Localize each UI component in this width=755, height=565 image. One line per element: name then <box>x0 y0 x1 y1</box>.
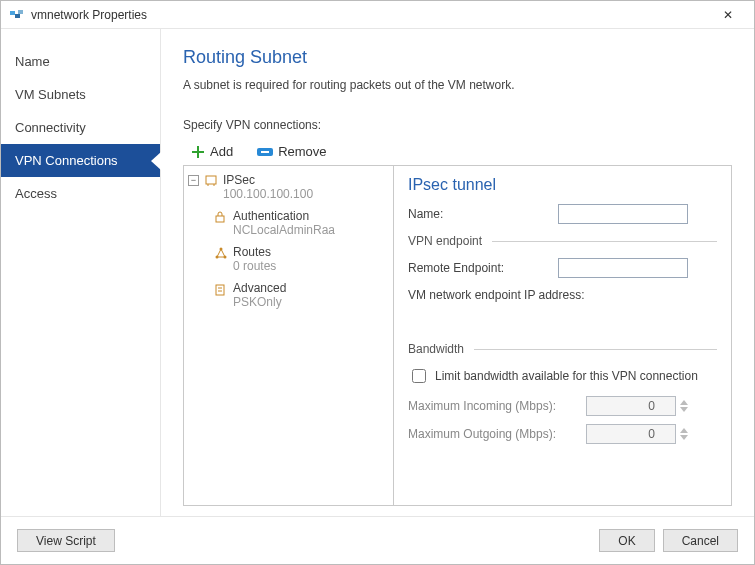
max-incoming-label: Maximum Incoming (Mbps): <box>408 399 578 413</box>
group-rule <box>492 241 717 242</box>
page-title: Routing Subnet <box>183 47 732 68</box>
sidebar-item-vpn-connections[interactable]: VPN Connections <box>1 144 160 177</box>
svg-line-11 <box>221 249 225 257</box>
vm-endpoint-ip-label: VM network endpoint IP address: <box>408 288 585 302</box>
sidebar: Name VM Subnets Connectivity VPN Connect… <box>1 29 161 516</box>
tree-item-label: Advanced <box>233 281 286 295</box>
max-incoming-input[interactable]: 0 <box>586 396 676 416</box>
ok-button[interactable]: OK <box>599 529 654 552</box>
tree-item-sub: PSKOnly <box>233 295 286 309</box>
spinner-incoming[interactable] <box>680 396 692 416</box>
app-icon <box>9 7 25 23</box>
specify-label: Specify VPN connections: <box>183 118 732 132</box>
tree-item-sub: 0 routes <box>233 259 276 273</box>
chevron-down-icon <box>680 435 688 440</box>
tree-item-sub: NCLocalAdminRaa <box>233 223 335 237</box>
sidebar-item-vm-subnets[interactable]: VM Subnets <box>1 78 160 111</box>
svg-rect-0 <box>10 11 15 15</box>
remove-label: Remove <box>278 144 326 159</box>
group-rule <box>474 349 717 350</box>
dialog-footer: View Script OK Cancel <box>1 516 754 564</box>
svg-rect-1 <box>15 14 20 18</box>
dialog-body: Name VM Subnets Connectivity VPN Connect… <box>1 29 754 516</box>
remote-endpoint-label: Remote Endpoint: <box>408 261 548 275</box>
chevron-up-icon <box>680 400 688 405</box>
tree-item-label: Authentication <box>233 209 335 223</box>
tree-item-routes[interactable]: Routes 0 routes <box>214 244 389 274</box>
spinner-outgoing[interactable] <box>680 424 692 444</box>
connections-tree: − IPSec 100.100.100.100 <box>184 166 394 505</box>
name-label: Name: <box>408 207 548 221</box>
bandwidth-group-label: Bandwidth <box>408 342 464 356</box>
detail-pane: IPsec tunnel Name: VPN endpoint Remote E… <box>394 166 731 505</box>
titlebar: vmnetwork Properties ✕ <box>1 1 754 29</box>
subnet-icon <box>204 174 218 188</box>
sidebar-item-access[interactable]: Access <box>1 177 160 210</box>
sidebar-item-connectivity[interactable]: Connectivity <box>1 111 160 144</box>
tree-item-advanced[interactable]: Advanced PSKOnly <box>214 280 389 310</box>
connections-toolbar: Add Remove <box>183 138 732 165</box>
max-outgoing-label: Maximum Outgoing (Mbps): <box>408 427 578 441</box>
content: Routing Subnet A subnet is required for … <box>161 29 754 516</box>
cancel-button[interactable]: Cancel <box>663 529 738 552</box>
svg-rect-2 <box>18 10 23 14</box>
auth-icon <box>214 210 228 224</box>
tree-children: Authentication NCLocalAdminRaa <box>188 208 389 310</box>
close-button[interactable]: ✕ <box>708 1 748 29</box>
add-label: Add <box>210 144 233 159</box>
svg-line-10 <box>217 249 221 257</box>
chevron-up-icon <box>680 428 688 433</box>
tree-root-label: IPSec <box>223 173 313 187</box>
minus-icon <box>257 148 273 156</box>
vpn-endpoint-group-label: VPN endpoint <box>408 234 482 248</box>
detail-heading: IPsec tunnel <box>408 176 717 194</box>
routes-icon <box>214 246 228 260</box>
tree-item-authentication[interactable]: Authentication NCLocalAdminRaa <box>214 208 389 238</box>
properties-dialog: vmnetwork Properties ✕ Name VM Subnets C… <box>0 0 755 565</box>
close-icon: ✕ <box>723 8 733 22</box>
limit-bandwidth-checkbox[interactable] <box>412 369 426 383</box>
plus-icon <box>191 145 205 159</box>
remote-endpoint-input[interactable] <box>558 258 688 278</box>
name-input[interactable] <box>558 204 688 224</box>
window-title: vmnetwork Properties <box>31 8 708 22</box>
svg-rect-13 <box>216 285 224 295</box>
limit-bandwidth-label: Limit bandwidth available for this VPN c… <box>435 369 698 383</box>
expand-toggle[interactable]: − <box>188 175 199 186</box>
advanced-icon <box>214 282 228 296</box>
sidebar-item-name[interactable]: Name <box>1 45 160 78</box>
add-button[interactable]: Add <box>187 142 237 161</box>
tree-root-ipsec[interactable]: − IPSec 100.100.100.100 <box>188 172 389 202</box>
chevron-down-icon <box>680 407 688 412</box>
tree-item-label: Routes <box>233 245 276 259</box>
page-subtitle: A subnet is required for routing packets… <box>183 78 732 92</box>
svg-rect-3 <box>206 176 216 184</box>
svg-rect-6 <box>216 216 224 222</box>
remove-button[interactable]: Remove <box>253 142 330 161</box>
tree-root-sub: 100.100.100.100 <box>223 187 313 201</box>
max-outgoing-input[interactable]: 0 <box>586 424 676 444</box>
view-script-button[interactable]: View Script <box>17 529 115 552</box>
connections-panel: − IPSec 100.100.100.100 <box>183 165 732 506</box>
